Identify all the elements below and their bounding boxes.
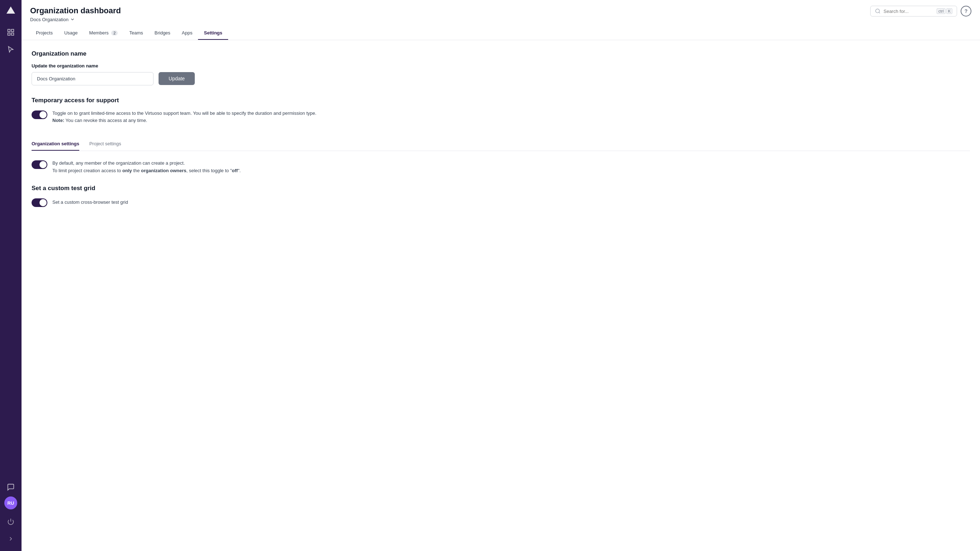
toggle-track-3 (32, 198, 47, 207)
page-title: Organization dashboard (30, 6, 121, 16)
k-key: K (946, 8, 952, 14)
sidebar-logo[interactable] (4, 4, 17, 17)
svg-rect-1 (11, 29, 14, 32)
project-creation-row: By default, any member of the organizati… (32, 160, 970, 175)
search-kbd: ctrl K (937, 8, 952, 14)
svg-line-6 (879, 12, 880, 13)
toggle-thumb-3 (40, 199, 47, 206)
org-settings-tab[interactable]: Organization settings (32, 137, 79, 151)
search-bar[interactable]: ctrl K (870, 6, 957, 16)
svg-point-5 (876, 9, 880, 13)
tab-teams[interactable]: Teams (123, 27, 148, 40)
members-badge: 2 (111, 30, 118, 35)
project-desc-suffix: , select this toggle to " (186, 168, 232, 173)
toggle-track-2 (32, 160, 47, 169)
org-name-field-label: Update the organization name (32, 63, 970, 68)
svg-rect-2 (8, 33, 10, 35)
project-creation-desc: By default, any member of the organizati… (52, 160, 241, 175)
custom-grid-toggle[interactable] (32, 198, 47, 207)
help-button[interactable]: ? (961, 6, 971, 16)
tab-settings[interactable]: Settings (198, 27, 228, 40)
temp-access-section: Temporary access for support Toggle on t… (32, 97, 970, 125)
toggle-track (32, 110, 47, 119)
toggle-thumb (40, 111, 47, 118)
search-icon (875, 8, 881, 14)
svg-rect-3 (11, 33, 14, 35)
expand-icon[interactable] (3, 531, 19, 547)
org-name-input[interactable] (32, 72, 154, 85)
update-button[interactable]: Update (159, 72, 195, 85)
project-settings-tab[interactable]: Project settings (89, 137, 121, 151)
project-desc-mid: the (132, 168, 141, 173)
chevron-down-icon (70, 17, 75, 22)
project-desc-end: ". (238, 168, 241, 173)
tab-apps[interactable]: Apps (176, 27, 198, 40)
project-desc-line1: By default, any member of the organizati… (52, 160, 185, 166)
svg-rect-0 (8, 29, 10, 32)
custom-grid-title: Set a custom test grid (32, 185, 970, 192)
power-icon[interactable] (3, 514, 19, 529)
tab-bridges[interactable]: Bridges (149, 27, 176, 40)
org-subtitle[interactable]: Docs Organization (30, 17, 121, 22)
temp-access-note-rest: You can revoke this access at any time. (66, 118, 148, 123)
tab-usage[interactable]: Usage (59, 27, 84, 40)
chat-icon[interactable] (3, 479, 19, 495)
org-name-section-title: Organization name (32, 50, 970, 57)
settings-subtabs: Organization settings Project settings (32, 137, 970, 151)
search-input[interactable] (883, 9, 934, 14)
temp-access-toggle-row: Toggle on to grant limited-time access t… (32, 110, 970, 125)
project-desc-owners: organization owners (141, 168, 186, 173)
custom-grid-section: Set a custom test grid Set a custom cros… (32, 185, 970, 207)
temp-access-toggle[interactable] (32, 110, 47, 119)
header: Organization dashboard Docs Organization… (22, 0, 980, 40)
custom-grid-label: Set a custom cross-browser test grid (52, 199, 128, 205)
custom-grid-toggle-row: Set a custom cross-browser test grid (32, 197, 970, 207)
project-creation-toggle[interactable] (32, 160, 47, 169)
main-tabs: Projects Usage Members 2 Teams Bridges A… (30, 27, 971, 40)
cursor-icon[interactable] (3, 41, 19, 57)
header-actions: ctrl K ? (870, 6, 971, 16)
project-desc-only: only (123, 168, 132, 173)
toggle-thumb-2 (40, 161, 47, 168)
org-name-label: Docs Organization (30, 17, 68, 22)
project-desc-off: off (232, 168, 238, 173)
main-content: Organization dashboard Docs Organization… (22, 0, 980, 551)
avatar[interactable]: RU (4, 497, 17, 510)
grid-icon[interactable] (3, 24, 19, 40)
temp-access-note-bold: Note: (52, 118, 64, 123)
temp-access-desc: Toggle on to grant limited-time access t… (52, 110, 317, 125)
tab-members[interactable]: Members 2 (84, 27, 124, 40)
temp-access-desc-line1: Toggle on to grant limited-time access t… (52, 110, 317, 116)
settings-content: Organization name Update the organizatio… (22, 40, 980, 551)
org-name-input-row: Update (32, 72, 970, 85)
header-title-group: Organization dashboard Docs Organization (30, 6, 121, 22)
sidebar: RU (0, 0, 22, 551)
ctrl-key: ctrl (937, 8, 945, 14)
tab-projects[interactable]: Projects (30, 27, 59, 40)
temp-access-title: Temporary access for support (32, 97, 970, 104)
project-desc-prefix: To limit project creation access to (52, 168, 123, 173)
